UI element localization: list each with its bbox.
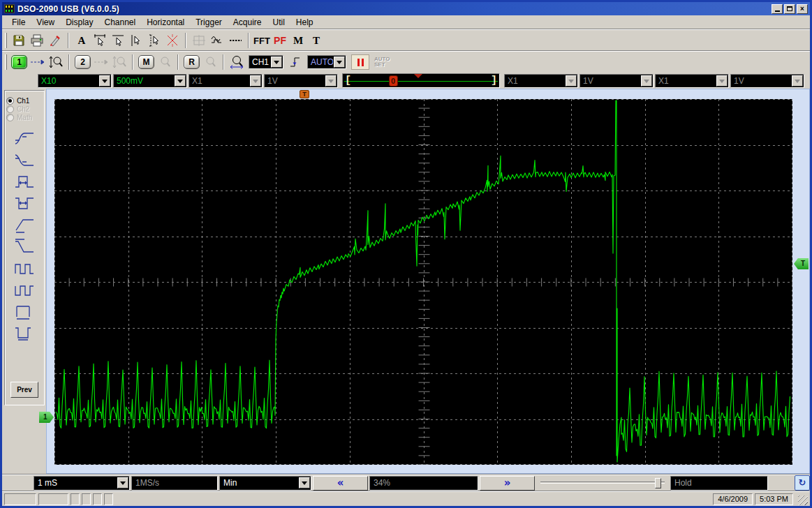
cursor-vertical-button[interactable] [127, 32, 145, 49]
autoset-button[interactable]: AUTOSET [371, 57, 393, 68]
ch2-probe-select[interactable]: X1 [189, 74, 263, 88]
cursor-track-button[interactable] [145, 32, 163, 49]
menu-help[interactable]: Help [290, 16, 319, 29]
wave-icon [210, 33, 224, 47]
ch2-volts-select[interactable]: 1V [264, 74, 338, 88]
menu-acquire[interactable]: Acquire [228, 16, 267, 29]
trigger-source-select[interactable]: CH1 [249, 55, 283, 69]
grid-toggle-button[interactable] [190, 32, 208, 49]
measure-rising-edge-button[interactable] [11, 216, 38, 234]
ch1-ground-marker[interactable]: 1 [39, 412, 54, 423]
resize-grip[interactable] [798, 495, 808, 505]
ref-enable-button[interactable]: R [184, 55, 200, 69]
ref-zoom-button[interactable] [202, 54, 219, 70]
menu-channel[interactable]: Channel [99, 16, 142, 29]
tools-icon [48, 33, 62, 47]
trigger-time-marker[interactable]: T [300, 90, 309, 98]
measure-negative-pulse-button[interactable] [11, 324, 38, 342]
ch1-volts-select[interactable]: 500mV [113, 74, 187, 88]
measure-falling-edge-button[interactable] [11, 237, 38, 255]
ref-probe-select[interactable]: X1 [655, 74, 729, 88]
menu-horizontal[interactable]: Horizontal [141, 16, 190, 29]
menu-util[interactable]: Util [267, 16, 290, 29]
acquire-mode-select[interactable]: Min [219, 476, 311, 491]
pause-button[interactable] [351, 54, 369, 70]
rising-edge-icon [14, 217, 35, 233]
minimize-button[interactable] [772, 4, 783, 14]
ch1-vertical-zoom-button[interactable] [47, 54, 64, 70]
measure-rise-time-button[interactable] [11, 129, 38, 147]
dropdown-arrow-icon [117, 477, 128, 488]
toolbar-grip[interactable] [5, 54, 7, 70]
trigger-zero-marker[interactable]: 0 [389, 75, 398, 87]
math-volts-select[interactable]: 1V [580, 74, 654, 88]
ch2-enable-button[interactable]: 2 [75, 55, 91, 69]
title-bar[interactable]: DSO-2090 USB (V6.0.0.5) × [2, 2, 810, 15]
channel-radio-ch2[interactable]: Ch2 [6, 105, 43, 113]
maximize-button[interactable] [784, 4, 795, 14]
refresh-button[interactable]: ↻ [795, 475, 810, 491]
math-enable-button[interactable]: M [138, 55, 154, 69]
toolbar-grip[interactable] [5, 33, 7, 48]
toolbar-separator [177, 54, 179, 70]
measure-fall-time-button[interactable] [11, 151, 38, 169]
slider-handle[interactable] [655, 478, 661, 488]
save-button[interactable] [10, 32, 28, 49]
ch1-enable-button[interactable]: 1 [11, 55, 27, 69]
scroll-slider[interactable] [540, 477, 665, 489]
math-probe-select[interactable]: X1 [504, 74, 578, 88]
status-date: 4/6/2009 [713, 493, 753, 505]
scope-display[interactable]: T 1 T [54, 99, 792, 465]
slider-right-bracket: ] [491, 75, 497, 87]
menu-file[interactable]: File [6, 16, 31, 29]
text-t-button[interactable]: T [307, 32, 325, 49]
measure-burst-width-button[interactable] [11, 302, 38, 320]
scroll-right-button[interactable]: » [480, 476, 535, 491]
math-zoom-button[interactable] [156, 54, 173, 70]
measure-negative-duty-cycle-button[interactable] [11, 281, 38, 299]
menu-view[interactable]: View [31, 16, 60, 29]
channel-radio-ch1[interactable]: Ch1 [6, 97, 43, 105]
scope-panel: T 1 T [46, 89, 810, 474]
measure-positive-pulse-width-button[interactable] [11, 172, 38, 190]
horizontal-zoom-button[interactable] [228, 54, 245, 70]
print-button[interactable] [28, 32, 46, 49]
dotted-line-button[interactable] [226, 32, 244, 49]
trigger-edge-button[interactable] [287, 54, 304, 70]
ch1-position-button[interactable] [29, 54, 46, 70]
cursor-horizontal-button[interactable] [91, 32, 109, 49]
text-tool-button[interactable]: A [73, 32, 91, 49]
cursor-horizontal2-button[interactable] [109, 32, 127, 49]
pass-fail-button[interactable]: PF [271, 32, 289, 49]
fft-button[interactable]: FFT [253, 32, 271, 49]
measure-negative-pulse-width-button[interactable] [11, 194, 38, 212]
scroll-left-button[interactable]: « [313, 476, 368, 491]
dropdown-arrow-icon [641, 75, 652, 87]
ch2-vertical-zoom-button[interactable] [111, 54, 128, 70]
ref-volts-select[interactable]: 1V [730, 74, 804, 88]
window-title: DSO-2090 USB (V6.0.0.5) [17, 4, 770, 14]
dots-icon [228, 33, 242, 47]
trigger-position-slider[interactable]: [ ] 0 [342, 73, 500, 88]
dropdown-arrow-icon [250, 75, 261, 87]
trigger-mode-select[interactable]: AUTO [307, 55, 346, 69]
menu-display[interactable]: Display [60, 16, 98, 29]
math-menu-button[interactable]: M [289, 32, 307, 49]
cursor-cross-delete-button[interactable] [163, 32, 182, 49]
prev-button[interactable]: Prev [10, 382, 38, 398]
dropdown-arrow-icon [334, 57, 345, 68]
toolbar-separator [185, 33, 186, 48]
trigger-triangle-marker[interactable] [414, 74, 422, 82]
menu-trigger[interactable]: Trigger [190, 16, 228, 29]
measure-positive-duty-cycle-button[interactable] [11, 259, 38, 277]
timebase-select[interactable]: 1 mS [34, 476, 130, 491]
ch2-position-button[interactable] [93, 54, 110, 70]
trigger-level-marker[interactable]: T [794, 258, 809, 269]
ch1-probe-select[interactable]: X10 [38, 74, 112, 88]
close-button[interactable]: × [797, 4, 808, 14]
channel-radio-math[interactable]: Math [6, 114, 43, 121]
radio-label: Math [17, 114, 32, 121]
waveform-style-button[interactable] [208, 32, 226, 49]
setup-button[interactable] [46, 32, 64, 49]
toolbar-separator [248, 33, 249, 48]
